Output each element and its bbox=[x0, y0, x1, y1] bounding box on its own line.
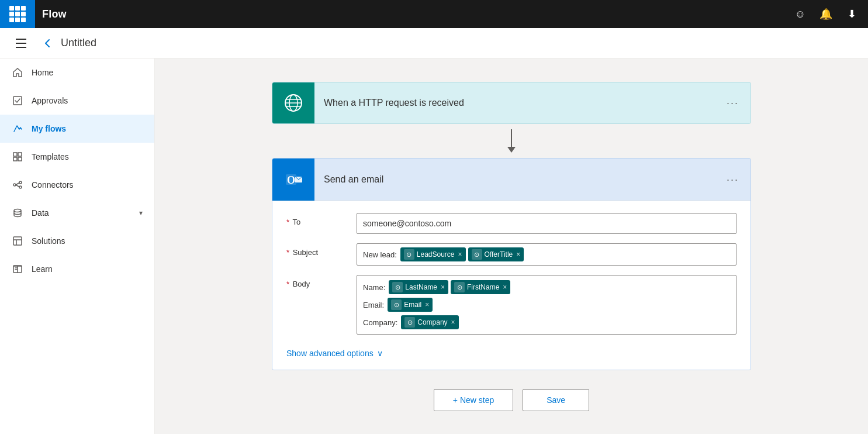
sidebar-item-my-flows[interactable]: My flows bbox=[0, 115, 154, 143]
approvals-icon bbox=[12, 95, 23, 106]
show-advanced-button[interactable]: Show advanced options ∨ bbox=[286, 344, 736, 360]
body-tag-input[interactable]: Name: ⊙ LastName × ⊙ FirstName × bbox=[357, 275, 736, 335]
solutions-icon bbox=[12, 235, 23, 247]
show-advanced-chevron-icon: ∨ bbox=[377, 349, 383, 358]
sidebar-label-data: Data bbox=[32, 208, 49, 218]
topbar: Flow ☺ 🔔 ⬇ bbox=[0, 0, 868, 28]
arrow-head bbox=[507, 147, 516, 153]
email-tag-close[interactable]: × bbox=[425, 301, 429, 309]
email-prefix: Email: bbox=[363, 301, 384, 309]
hamburger-line bbox=[16, 39, 26, 40]
show-advanced-label: Show advanced options bbox=[286, 349, 374, 358]
svg-text:O: O bbox=[287, 174, 295, 186]
http-icon bbox=[272, 82, 314, 124]
svg-rect-0 bbox=[13, 97, 22, 105]
save-button[interactable]: Save bbox=[523, 389, 589, 411]
trigger-title: When a HTTP request is received bbox=[314, 98, 715, 108]
body-name-line: Name: ⊙ LastName × ⊙ FirstName × bbox=[363, 280, 730, 294]
sidebar-label-connectors: Connectors bbox=[32, 180, 74, 190]
main-layout: Home Approvals My flows Templates Connec… bbox=[0, 58, 868, 434]
svg-point-5 bbox=[13, 184, 16, 186]
name-prefix: Name: bbox=[363, 283, 385, 292]
offer-title-close[interactable]: × bbox=[516, 250, 520, 259]
svg-rect-9 bbox=[13, 237, 22, 245]
home-icon bbox=[12, 67, 23, 78]
subject-label: * Subject bbox=[286, 243, 357, 257]
svg-point-7 bbox=[19, 186, 22, 188]
bottom-actions: + New step Save bbox=[272, 389, 751, 411]
action-title: Send an email bbox=[314, 174, 715, 185]
flow-canvas: When a HTTP request is received ··· bbox=[272, 82, 751, 411]
company-tag[interactable]: ⊙ Company × bbox=[401, 315, 458, 329]
last-name-close[interactable]: × bbox=[441, 283, 445, 291]
body-email-line: Email: ⊙ Email × bbox=[363, 298, 730, 312]
action-icon-area: O bbox=[272, 159, 314, 201]
last-name-tag[interactable]: ⊙ LastName × bbox=[389, 280, 448, 294]
action-header[interactable]: O Send an email ··· bbox=[272, 159, 751, 201]
data-icon bbox=[12, 207, 23, 219]
action-block: O Send an email ··· * To bbox=[272, 158, 751, 370]
email-tag[interactable]: ⊙ Email × bbox=[388, 298, 433, 312]
body-required-star: * bbox=[286, 280, 289, 288]
company-tag-close[interactable]: × bbox=[451, 318, 455, 326]
sidebar-item-home[interactable]: Home bbox=[0, 58, 154, 87]
first-name-close[interactable]: × bbox=[503, 283, 507, 291]
new-step-button[interactable]: + New step bbox=[434, 389, 513, 411]
app-title: Flow bbox=[35, 8, 67, 20]
learn-icon bbox=[12, 263, 23, 275]
content-area: When a HTTP request is received ··· bbox=[155, 58, 868, 434]
waffle-grid bbox=[9, 6, 26, 22]
to-label: * To bbox=[286, 213, 357, 226]
trigger-block[interactable]: When a HTTP request is received ··· bbox=[272, 82, 751, 124]
sidebar-item-data[interactable]: Data ▾ bbox=[0, 199, 154, 227]
first-name-label: FirstName bbox=[467, 283, 499, 291]
svg-rect-4 bbox=[18, 157, 22, 161]
subject-required-star: * bbox=[286, 248, 289, 257]
svg-rect-2 bbox=[18, 153, 22, 156]
sidebar-item-approvals[interactable]: Approvals bbox=[0, 87, 154, 115]
bell-icon[interactable]: 🔔 bbox=[814, 2, 838, 26]
my-flows-icon bbox=[12, 123, 23, 135]
sidebar-item-connectors[interactable]: Connectors bbox=[0, 171, 154, 199]
trigger-dots-button[interactable]: ··· bbox=[715, 97, 751, 109]
sidebar-item-templates[interactable]: Templates bbox=[0, 143, 154, 171]
sidebar-item-learn[interactable]: Learn bbox=[0, 255, 154, 283]
lead-source-close[interactable]: × bbox=[458, 250, 462, 259]
to-input[interactable] bbox=[357, 213, 736, 234]
offer-title-icon: ⊙ bbox=[472, 249, 482, 260]
lead-source-label: LeadSource bbox=[417, 250, 455, 259]
back-button[interactable] bbox=[42, 37, 54, 49]
arrow-connector bbox=[507, 126, 516, 156]
subject-tag-input[interactable]: New lead: ⊙ LeadSource × ⊙ OfferTitle × bbox=[357, 243, 736, 266]
lead-source-tag[interactable]: ⊙ LeadSource × bbox=[400, 247, 466, 261]
company-tag-label: Company bbox=[417, 318, 447, 326]
sidebar-label-solutions: Solutions bbox=[32, 236, 65, 246]
subheader: Untitled bbox=[0, 28, 868, 58]
email-icon: O bbox=[272, 159, 314, 201]
body-label: * Body bbox=[286, 275, 357, 288]
templates-icon bbox=[12, 151, 23, 163]
action-body: * To * Subject New lead: bbox=[272, 201, 751, 370]
email-tag-label: Email bbox=[404, 301, 421, 309]
svg-point-8 bbox=[14, 209, 21, 212]
waffle-button[interactable] bbox=[0, 0, 35, 28]
body-company-line: Company: ⊙ Company × bbox=[363, 315, 730, 329]
first-name-tag[interactable]: ⊙ FirstName × bbox=[451, 280, 510, 294]
company-prefix: Company: bbox=[363, 318, 397, 327]
sidebar-label-approvals: Approvals bbox=[32, 96, 68, 105]
offer-title-label: OfferTitle bbox=[485, 250, 513, 259]
subject-prefix: New lead: bbox=[363, 250, 397, 259]
smiley-icon[interactable]: ☺ bbox=[789, 2, 812, 26]
action-dots-button[interactable]: ··· bbox=[715, 174, 751, 186]
download-icon[interactable]: ⬇ bbox=[840, 2, 863, 26]
hamburger-button[interactable] bbox=[9, 32, 33, 55]
sidebar-label-learn: Learn bbox=[32, 264, 53, 274]
body-field-row: * Body Name: ⊙ LastName × bbox=[286, 275, 736, 335]
offer-title-tag[interactable]: ⊙ OfferTitle × bbox=[468, 247, 524, 261]
sidebar-item-solutions[interactable]: Solutions bbox=[0, 227, 154, 255]
svg-rect-3 bbox=[13, 157, 17, 161]
hamburger-line bbox=[16, 43, 26, 44]
last-name-icon: ⊙ bbox=[392, 282, 403, 292]
sidebar-label-home: Home bbox=[32, 68, 53, 77]
arrow-line bbox=[511, 129, 512, 147]
